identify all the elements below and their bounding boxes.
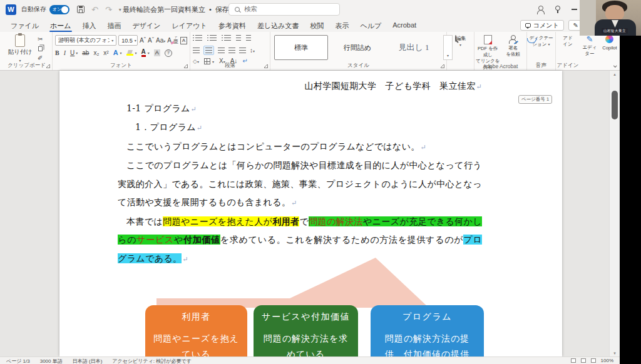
- superscript-icon[interactable]: x²: [103, 50, 108, 56]
- tab-layout[interactable]: レイアウト: [167, 19, 213, 32]
- scroll-up-icon[interactable]: ▴: [610, 72, 620, 77]
- copilot-button[interactable]: Copilot: [602, 35, 617, 57]
- style-no-spacing[interactable]: 行間詰め: [331, 35, 384, 60]
- save-icon[interactable]: [77, 6, 85, 13]
- scroll-down-icon[interactable]: ▾: [610, 351, 620, 356]
- tab-references[interactable]: 参考資料: [213, 19, 252, 32]
- font-size-select[interactable]: 10.5▾: [118, 35, 138, 46]
- zoom-level[interactable]: 100%: [601, 358, 613, 363]
- collapse-ribbon-icon[interactable]: [613, 64, 617, 68]
- bold-icon[interactable]: B: [55, 50, 59, 56]
- status-accessibility[interactable]: アクセシビリティ: 検討が必要です: [112, 358, 192, 364]
- read-mode-icon[interactable]: [571, 358, 576, 363]
- tab-help[interactable]: ヘルプ: [354, 19, 387, 32]
- editor-button[interactable]: ✎ エディ ター: [582, 35, 597, 57]
- cut-icon[interactable]: ✂: [38, 36, 43, 43]
- tab-design[interactable]: デザイン: [127, 19, 167, 32]
- word-app-icon[interactable]: W: [6, 4, 16, 15]
- ruby-icon[interactable]: ア亜: [173, 36, 178, 44]
- numbered-list-icon[interactable]: [210, 35, 217, 41]
- author-line[interactable]: 山村学園短期大学 子ども学科 巣立佳宏↵: [118, 77, 482, 96]
- clear-formatting-icon[interactable]: A: [167, 38, 172, 44]
- paragraph-1[interactable]: ここでいうプログラムとはコンピューターのプログラムなどではない。↵: [118, 138, 482, 157]
- style-heading1[interactable]: 見出し 1: [387, 35, 441, 60]
- vertical-scrollbar[interactable]: ▴ ▾: [609, 71, 620, 356]
- change-case-icon[interactable]: Aa▾: [156, 38, 165, 44]
- paragraph-dialog-launcher-icon[interactable]: [264, 64, 268, 68]
- scrollbar-thumb[interactable]: [612, 91, 618, 119]
- format-painter-icon[interactable]: ✐: [38, 55, 43, 61]
- tab-mailings[interactable]: 差し込み文書: [252, 19, 305, 32]
- paragraph-group-label: 段落: [190, 62, 270, 69]
- clipboard-dialog-launcher-icon[interactable]: [46, 64, 50, 68]
- strikethrough-icon[interactable]: ab: [82, 50, 89, 56]
- tab-draw[interactable]: 描画: [102, 19, 127, 32]
- line-spacing-icon[interactable]: ↕▾: [250, 48, 255, 54]
- styles-dialog-launcher-icon[interactable]: [441, 64, 444, 68]
- diagram-box-user[interactable]: 利用者 問題やニーズを抱えている: [145, 305, 247, 356]
- document-page[interactable]: 山村学園短期大学 子ども学科 巣立佳宏↵ 1-1 プログラム↵ 1．プログラム↵…: [59, 71, 562, 356]
- underline-icon[interactable]: U: [70, 50, 74, 56]
- diagram-box-program[interactable]: プログラム 問題の解決方法の提供、付加価値の提供: [371, 305, 484, 356]
- heading-line[interactable]: 1-1 プログラム↵: [118, 99, 482, 119]
- minimize-icon[interactable]: [572, 9, 577, 9]
- style-normal[interactable]: 標準: [274, 35, 328, 60]
- character-shading-icon[interactable]: A: [154, 49, 160, 56]
- highlight-color-icon[interactable]: [126, 50, 133, 56]
- quick-access-more-icon[interactable]: ▾: [119, 7, 121, 13]
- align-center-icon[interactable]: [203, 46, 214, 55]
- status-language[interactable]: 日本語 (日本): [73, 358, 103, 364]
- diagram-box-title: サービスや付加価値: [254, 311, 358, 323]
- font-color-icon[interactable]: A: [141, 49, 146, 57]
- autosave-toggle[interactable]: オン: [49, 5, 69, 14]
- enclose-characters-icon[interactable]: 字: [165, 49, 172, 57]
- text-effects-icon[interactable]: A: [113, 49, 118, 56]
- justify-icon[interactable]: [228, 48, 235, 53]
- character-border-icon[interactable]: A: [180, 37, 187, 44]
- tab-review[interactable]: 校閲: [304, 19, 329, 32]
- paste-button[interactable]: 貼り付け▾: [7, 34, 33, 63]
- align-right-icon[interactable]: [218, 48, 225, 53]
- web-layout-icon[interactable]: [591, 358, 596, 363]
- status-wordcount[interactable]: 3000 単語: [40, 358, 63, 364]
- diagram-box-service[interactable]: サービスや付加価値 問題の解決方法を求めている: [254, 305, 358, 356]
- tab-file[interactable]: ファイル: [5, 19, 44, 32]
- voice-group-label: 音声: [527, 62, 555, 69]
- addins-button[interactable]: アド イン: [556, 35, 580, 48]
- align-left-icon[interactable]: [193, 48, 200, 53]
- redo-icon[interactable]: ↷: [105, 6, 112, 14]
- tab-insert[interactable]: 挿入: [77, 19, 102, 32]
- decrease-indent-icon[interactable]: [236, 35, 241, 41]
- diagram-box-title: 利用者: [145, 311, 247, 323]
- grow-font-icon[interactable]: Aˆ: [140, 38, 146, 44]
- italic-icon[interactable]: I: [64, 50, 66, 56]
- multilevel-list-icon[interactable]: [224, 35, 231, 41]
- editing-menu-button[interactable]: 編集▾: [447, 35, 474, 48]
- status-page[interactable]: ページ 1/3: [6, 358, 30, 364]
- comments-button[interactable]: コメント: [520, 20, 564, 31]
- tab-acrobat[interactable]: Acrobat: [387, 19, 422, 32]
- increase-indent-icon[interactable]: [246, 35, 251, 41]
- tab-home[interactable]: ホーム: [44, 19, 77, 32]
- search-input[interactable]: 検索: [228, 3, 340, 16]
- location-pin-icon[interactable]: [555, 6, 560, 11]
- document-title-text: 最終輪読会第一回資料巣立: [123, 5, 205, 14]
- subscript-icon[interactable]: x₂: [93, 50, 99, 56]
- paragraph-3[interactable]: 本書では問題やニーズを抱えた人が利用者で問題の解決法やニーズが充足できる何かしら…: [118, 213, 482, 269]
- dictation-button[interactable]: ディクテー ション ▾: [527, 35, 555, 48]
- paragraph-mark: ↵: [191, 105, 197, 113]
- tab-view[interactable]: 表示: [329, 19, 354, 32]
- shrink-font-icon[interactable]: Aˇ: [148, 38, 154, 44]
- distribute-icon[interactable]: [239, 48, 246, 53]
- bullet-list-icon[interactable]: [195, 35, 202, 41]
- paragraph-2[interactable]: ここでのプログラムとは「何らかの問題解決や目標達成を目的に人が中心となって行う実…: [118, 156, 482, 213]
- copy-icon[interactable]: [38, 46, 43, 51]
- account-icon[interactable]: [536, 6, 544, 13]
- font-group-label: フォント: [53, 62, 190, 69]
- undo-icon[interactable]: ↶: [91, 6, 98, 14]
- acrobat-group-label: Adobe Acrobat: [474, 63, 526, 69]
- font-family-select[interactable]: 游明朝 (本文のフォント▾: [55, 35, 116, 46]
- subheading-line[interactable]: 1．プログラム↵: [118, 118, 482, 138]
- font-dialog-launcher-icon[interactable]: [184, 64, 188, 68]
- print-layout-icon[interactable]: [581, 358, 586, 363]
